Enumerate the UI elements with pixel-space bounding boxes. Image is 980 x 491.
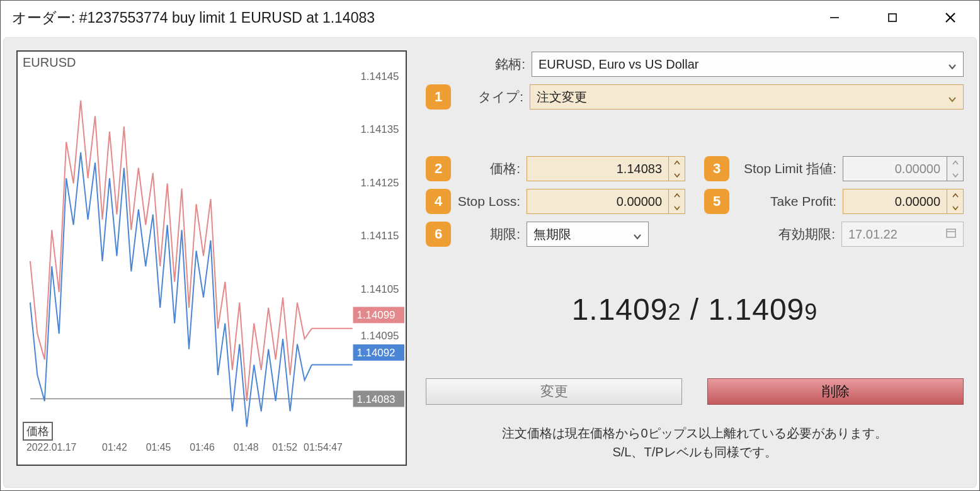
symbol-select[interactable]: EURUSD, Euro vs US Dollar <box>532 52 964 77</box>
label-price: 価格: <box>457 160 520 178</box>
expire-select[interactable]: 無期限 <box>527 222 649 247</box>
arrow-down-icon[interactable] <box>669 169 685 181</box>
svg-text:01:54:47: 01:54:47 <box>304 442 343 453</box>
arrow-up-icon[interactable] <box>947 157 963 169</box>
arrow-up-icon[interactable] <box>947 189 963 201</box>
chart-bid-line <box>30 152 312 427</box>
order-window: オーダー: #1237553774 buy limit 1 EURUSD at … <box>0 0 980 491</box>
chart-svg: 1.14145 1.14135 1.14125 1.14115 1.14105 … <box>18 52 406 465</box>
minimize-button[interactable] <box>806 1 863 35</box>
step-badge-2: 2 <box>426 156 451 181</box>
valid-until-input[interactable]: 17.01.22 <box>841 222 964 247</box>
svg-text:1.14135: 1.14135 <box>360 123 399 135</box>
close-button[interactable] <box>921 1 979 35</box>
step-badge-3: 3 <box>704 156 729 181</box>
stop-limit-input[interactable]: 0.00000 <box>843 156 947 181</box>
svg-text:1.14115: 1.14115 <box>360 230 399 242</box>
price-chart: EURUSD 価格 1.14145 1.14135 1.14125 1.1411… <box>16 50 407 466</box>
order-form: 銘柄: EURUSD, Euro vs US Dollar 1 タイプ: 注文変… <box>426 50 964 475</box>
label-symbol: 銘柄: <box>426 55 525 73</box>
chevron-down-icon <box>633 230 642 239</box>
chart-xticks: 2022.01.17 01:42 01:45 01:46 01:48 01:52… <box>26 442 343 453</box>
arrow-up-icon[interactable] <box>669 189 685 201</box>
step-badge-5: 5 <box>704 189 729 214</box>
maximize-icon <box>886 11 899 24</box>
step-badge-6: 6 <box>426 222 451 247</box>
label-type: タイプ: <box>457 88 523 106</box>
svg-text:1.14083: 1.14083 <box>357 393 396 405</box>
minimize-icon <box>828 11 841 24</box>
type-select[interactable]: 注文変更 <box>530 84 964 110</box>
arrow-down-icon[interactable] <box>947 201 963 213</box>
label-valid-until: 有効期限: <box>709 225 835 243</box>
arrow-up-icon[interactable] <box>669 157 685 169</box>
take-profit-stepper[interactable] <box>947 189 964 214</box>
close-icon <box>944 11 957 24</box>
take-profit-input[interactable]: 0.00000 <box>843 189 947 214</box>
delete-button[interactable]: 削除 <box>707 378 964 405</box>
price-stepper[interactable] <box>669 156 685 181</box>
stop-loss-stepper[interactable] <box>669 189 685 214</box>
svg-text:2022.01.17: 2022.01.17 <box>26 442 77 453</box>
footnote: 注文価格は現在価格から0ピップス以上離れている必要があります。 S/L、T/Pレ… <box>426 424 964 461</box>
window-title: オーダー: #1237553774 buy limit 1 EURUSD at … <box>12 8 375 28</box>
price-quote: 1.14092 / 1.14099 <box>426 292 964 327</box>
svg-rect-23 <box>947 229 955 237</box>
label-stop-limit: Stop Limit 指値: <box>736 160 836 178</box>
svg-text:1.14145: 1.14145 <box>360 71 399 82</box>
svg-rect-1 <box>889 14 896 21</box>
svg-text:01:46: 01:46 <box>190 442 215 453</box>
svg-text:01:42: 01:42 <box>102 442 127 453</box>
arrow-down-icon[interactable] <box>947 169 963 181</box>
chevron-down-icon <box>948 93 957 101</box>
svg-text:01:52: 01:52 <box>272 442 297 453</box>
svg-text:1.14099: 1.14099 <box>357 309 396 321</box>
stop-limit-stepper[interactable] <box>947 156 964 181</box>
svg-text:1.14105: 1.14105 <box>360 283 399 295</box>
svg-text:01:48: 01:48 <box>234 442 259 453</box>
content-area: EURUSD 価格 1.14145 1.14135 1.14125 1.1411… <box>3 37 977 488</box>
modify-button[interactable]: 変更 <box>426 378 682 405</box>
chevron-down-icon <box>948 60 957 69</box>
step-badge-4: 4 <box>426 189 451 214</box>
label-expire: 期限: <box>457 225 520 243</box>
chart-price-caption: 価格 <box>23 422 53 441</box>
svg-text:1.14095: 1.14095 <box>360 330 399 342</box>
label-stop-loss: Stop Loss: <box>457 194 520 209</box>
svg-text:1.14125: 1.14125 <box>360 177 399 189</box>
window-controls <box>806 1 979 35</box>
svg-text:1.14092: 1.14092 <box>357 347 396 359</box>
arrow-down-icon[interactable] <box>669 201 685 213</box>
stop-loss-input[interactable]: 0.00000 <box>527 189 669 214</box>
label-take-profit: Take Profit: <box>736 194 836 209</box>
titlebar: オーダー: #1237553774 buy limit 1 EURUSD at … <box>1 1 979 35</box>
maximize-button[interactable] <box>863 1 921 35</box>
step-badge-1: 1 <box>426 84 451 110</box>
chart-symbol: EURUSD <box>23 55 76 70</box>
price-input[interactable]: 1.14083 <box>527 156 669 181</box>
svg-text:01:45: 01:45 <box>146 442 171 453</box>
calendar-icon <box>945 227 957 242</box>
